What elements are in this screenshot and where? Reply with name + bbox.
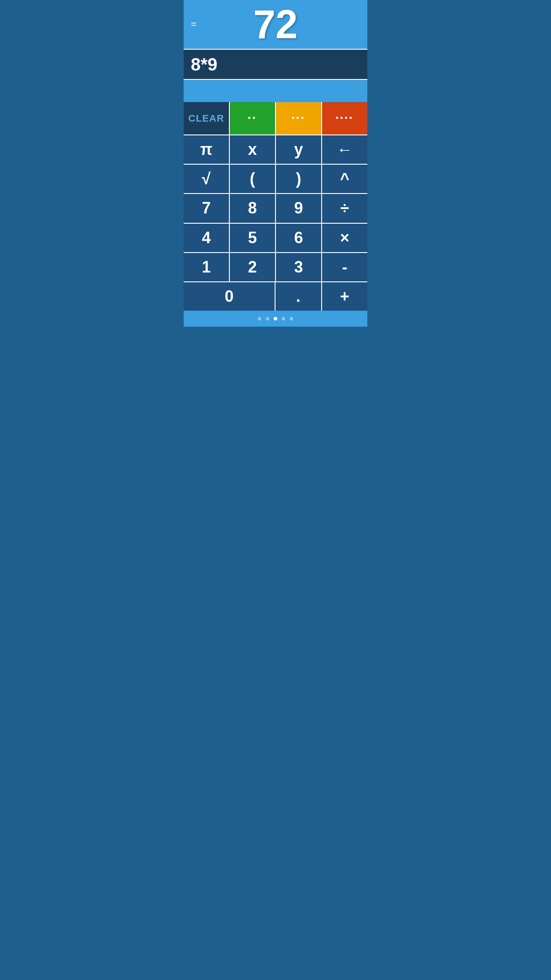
zero-button[interactable]: 0 <box>184 282 276 311</box>
clear-button[interactable]: CLEAR <box>184 102 230 134</box>
expression-display: 8*9 <box>184 49 367 80</box>
row-1: π x y ← <box>184 135 367 165</box>
bottom-bar <box>184 311 367 327</box>
nine-button[interactable]: 9 <box>276 194 322 222</box>
open-paren-button[interactable]: ( <box>230 165 276 193</box>
six-button[interactable]: 6 <box>276 224 322 252</box>
row-5: 1 2 3 - <box>184 253 367 282</box>
row-3: 7 8 9 ÷ <box>184 194 367 223</box>
expression-value: 8*9 <box>191 55 217 75</box>
three-button[interactable]: 3 <box>276 253 322 281</box>
minus-button[interactable]: - <box>322 253 367 281</box>
row-6: 0 . + <box>184 282 367 311</box>
one-button[interactable]: 1 <box>184 253 230 281</box>
row-4: 4 5 6 × <box>184 224 367 253</box>
pi-button[interactable]: π <box>184 135 230 164</box>
two-dot-button[interactable]: •• <box>230 102 276 134</box>
three-dots: ••• <box>292 114 306 123</box>
four-dots: •••• <box>335 114 354 123</box>
sqrt-button[interactable]: √ <box>184 165 230 193</box>
eight-button[interactable]: 8 <box>230 194 276 222</box>
decimal-button[interactable]: . <box>276 282 322 311</box>
multiply-button[interactable]: × <box>322 224 367 252</box>
result-display: = 72 <box>184 0 367 49</box>
seven-button[interactable]: 7 <box>184 194 230 222</box>
keypad: CLEAR •• ••• •••• π x y ← √ ( ) ^ 7 8 9 … <box>184 102 367 311</box>
divide-button[interactable]: ÷ <box>322 194 367 222</box>
close-paren-button[interactable]: ) <box>276 165 322 193</box>
x-button[interactable]: x <box>230 135 276 164</box>
two-button[interactable]: 2 <box>230 253 276 281</box>
page-dot-3-active[interactable] <box>274 317 277 320</box>
four-dot-button[interactable]: •••• <box>322 102 367 134</box>
three-dot-button[interactable]: ••• <box>276 102 322 134</box>
page-dot-1[interactable] <box>258 317 261 320</box>
page-dot-5[interactable] <box>290 317 293 320</box>
backspace-button[interactable]: ← <box>322 135 367 164</box>
plus-button[interactable]: + <box>322 282 368 311</box>
result-value: 72 <box>253 2 298 47</box>
page-dot-4[interactable] <box>282 317 285 320</box>
page-dot-2[interactable] <box>266 317 269 320</box>
two-dots: •• <box>248 114 257 123</box>
equals-sign: = <box>191 19 197 30</box>
top-row: CLEAR •• ••• •••• <box>184 102 367 135</box>
five-button[interactable]: 5 <box>230 224 276 252</box>
power-button[interactable]: ^ <box>322 165 367 193</box>
four-button[interactable]: 4 <box>184 224 230 252</box>
y-button[interactable]: y <box>276 135 322 164</box>
spacer <box>184 80 367 102</box>
row-2: √ ( ) ^ <box>184 165 367 194</box>
